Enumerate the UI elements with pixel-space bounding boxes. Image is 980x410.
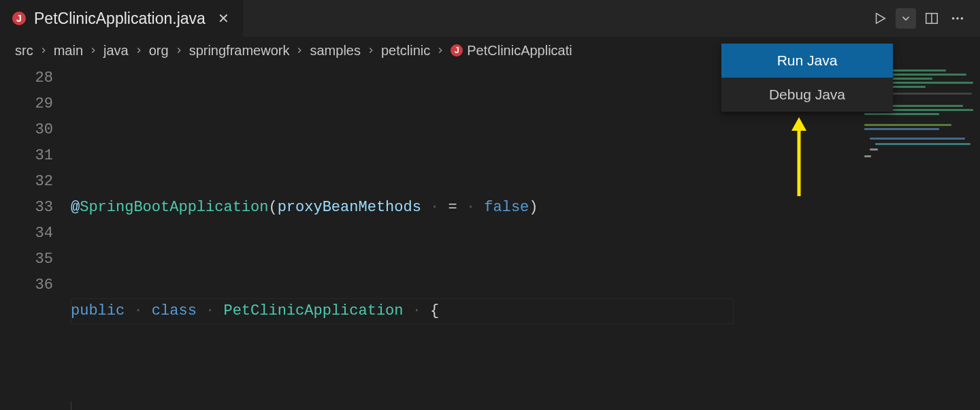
code-line[interactable]: @SpringBootApplication(proxyBeanMethods … — [71, 195, 860, 221]
chevron-right-icon — [39, 46, 48, 55]
svg-point-5 — [961, 17, 964, 20]
breadcrumb-item[interactable]: src — [15, 43, 33, 59]
breadcrumb-item[interactable]: samples — [310, 43, 360, 59]
run-options-chevron-icon[interactable] — [896, 8, 916, 29]
menu-item-run-java[interactable]: Run Java — [721, 44, 893, 78]
chevron-right-icon — [366, 46, 376, 55]
menu-item-debug-java[interactable]: Debug Java — [721, 78, 893, 112]
svg-point-3 — [952, 17, 955, 20]
more-actions-icon[interactable] — [947, 8, 968, 29]
line-number: 35 — [0, 247, 53, 272]
line-number: 28 — [0, 65, 53, 91]
line-number: 32 — [0, 169, 53, 195]
editor-area[interactable]: 28 29 30 31 32 33 34 35 36 @SpringBootAp… — [0, 64, 980, 410]
minimap[interactable] — [860, 64, 980, 410]
chevron-right-icon — [134, 46, 144, 55]
editor-tab-active[interactable]: J PetClinicApplication.java ✕ — [0, 0, 243, 37]
chevron-right-icon — [436, 46, 445, 55]
editor-title-actions — [870, 0, 968, 37]
line-number: 31 — [0, 143, 53, 169]
code-content[interactable]: @SpringBootApplication(proxyBeanMethods … — [71, 64, 860, 410]
split-editor-icon[interactable] — [921, 8, 942, 29]
code-line[interactable] — [71, 402, 860, 410]
svg-marker-0 — [877, 14, 885, 24]
breadcrumb-item[interactable]: petclinic — [381, 43, 430, 59]
line-number: 34 — [0, 221, 53, 247]
line-number-gutter: 28 29 30 31 32 33 34 35 36 — [0, 64, 71, 410]
java-file-icon: J — [451, 44, 463, 57]
line-number: 30 — [0, 117, 53, 143]
chevron-right-icon — [88, 46, 98, 55]
breadcrumb-item[interactable]: main — [54, 43, 83, 59]
breadcrumb-item[interactable]: org — [149, 43, 169, 59]
line-number: 29 — [0, 91, 53, 117]
run-options-menu: Run Java Debug Java — [721, 44, 893, 112]
code-line[interactable]: public · class · PetClinicApplication · … — [71, 298, 860, 324]
chevron-right-icon — [295, 46, 304, 55]
breadcrumb-item[interactable]: J PetClinicApplicati — [451, 43, 572, 59]
line-number: 33 — [0, 195, 53, 221]
tab-filename: PetClinicApplication.java — [34, 10, 206, 28]
line-number: 36 — [0, 272, 53, 298]
breadcrumb-item[interactable]: springframework — [189, 43, 290, 59]
svg-point-4 — [956, 17, 959, 20]
tab-bar: J PetClinicApplication.java ✕ — [0, 0, 980, 37]
close-tab-icon[interactable]: ✕ — [214, 10, 233, 27]
chevron-right-icon — [174, 46, 184, 55]
breadcrumb-item[interactable]: java — [103, 43, 129, 59]
java-file-icon: J — [12, 12, 26, 25]
run-icon[interactable] — [870, 8, 890, 29]
